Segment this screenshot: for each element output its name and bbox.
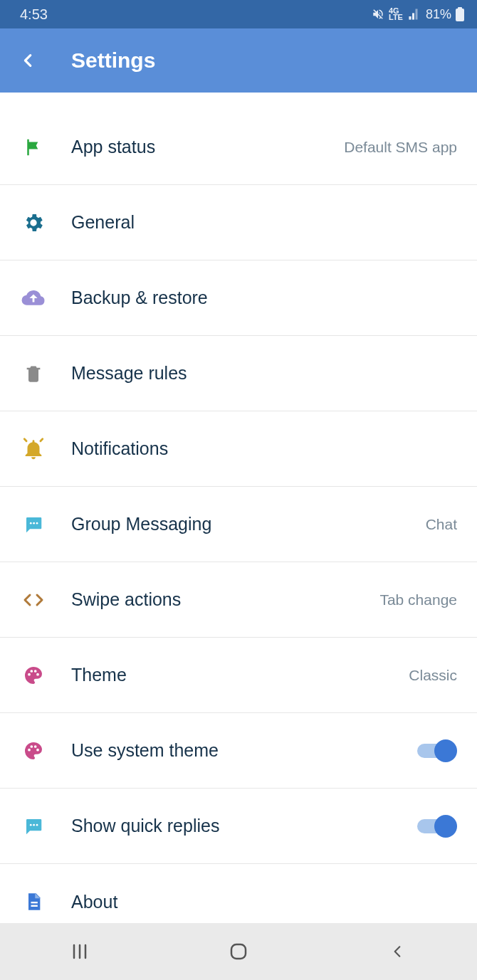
row-theme[interactable]: Theme Classic (0, 638, 477, 713)
chat-icon (20, 514, 47, 535)
row-message-rules[interactable]: Message rules (0, 336, 477, 411)
page-title: Settings (71, 48, 155, 73)
row-value: Classic (409, 667, 457, 684)
svg-point-9 (36, 673, 39, 675)
trash-icon (20, 362, 47, 385)
svg-rect-18 (31, 905, 38, 907)
svg-point-6 (28, 673, 31, 675)
svg-point-11 (30, 745, 33, 748)
svg-point-3 (30, 522, 32, 524)
svg-point-16 (36, 823, 38, 826)
back-button[interactable] (14, 46, 43, 75)
row-general[interactable]: General (0, 185, 477, 260)
row-label: Notifications (71, 438, 457, 459)
chat-icon (20, 816, 47, 837)
row-label: General (71, 212, 457, 233)
battery-icon (456, 7, 464, 21)
android-nav-bar (0, 923, 477, 980)
row-label: Group Messaging (71, 514, 426, 534)
app-bar: Settings (0, 28, 477, 93)
row-swipe-actions[interactable]: Swipe actions Tab change (0, 562, 477, 638)
battery-percent: 81% (426, 7, 451, 22)
row-value: Tab change (379, 591, 457, 608)
row-label: Show quick replies (71, 816, 417, 836)
row-label: About (71, 892, 457, 912)
svg-rect-17 (31, 902, 38, 903)
nav-back-button[interactable] (376, 937, 419, 966)
row-label: Swipe actions (71, 589, 379, 610)
nav-home-button[interactable] (217, 937, 260, 966)
row-group-messaging[interactable]: Group Messaging Chat (0, 487, 477, 562)
svg-point-15 (33, 823, 35, 826)
bell-icon (20, 437, 47, 461)
svg-rect-22 (231, 944, 246, 959)
network-4g-icon: 4GLTE (389, 8, 403, 21)
svg-point-4 (33, 522, 35, 524)
svg-point-10 (28, 748, 31, 751)
row-backup-restore[interactable]: Backup & restore (0, 260, 477, 336)
row-label: Backup & restore (71, 288, 457, 308)
settings-list: App status Default SMS app General Backu… (0, 110, 477, 939)
svg-point-13 (36, 748, 39, 751)
gear-icon (20, 211, 47, 234)
svg-rect-1 (458, 7, 462, 9)
row-notifications[interactable]: Notifications (0, 411, 477, 487)
row-use-system-theme[interactable]: Use system theme (0, 713, 477, 789)
row-label: Theme (71, 665, 409, 685)
status-bar: 4:53 4GLTE 81% (0, 0, 477, 28)
svg-point-8 (34, 670, 37, 673)
status-right: 4GLTE 81% (372, 7, 464, 22)
toggle-quick-replies[interactable] (417, 813, 457, 839)
row-label: App status (71, 137, 344, 157)
palette-icon (20, 664, 47, 687)
row-show-quick-replies[interactable]: Show quick replies (0, 789, 477, 864)
status-time: 4:53 (20, 6, 48, 23)
document-icon (20, 890, 47, 913)
mute-icon (372, 8, 384, 21)
row-value: Default SMS app (344, 139, 457, 156)
nav-recents-button[interactable] (58, 937, 101, 966)
row-app-status[interactable]: App status Default SMS app (0, 110, 477, 185)
row-value: Chat (426, 516, 457, 533)
row-label: Message rules (71, 363, 457, 384)
row-label: Use system theme (71, 740, 417, 761)
cloud-upload-icon (20, 288, 47, 308)
svg-point-7 (30, 670, 33, 673)
signal-icon (407, 8, 421, 21)
svg-point-14 (30, 823, 32, 826)
toggle-system-theme[interactable] (417, 738, 457, 764)
flag-icon (20, 137, 47, 158)
palette-icon (20, 739, 47, 762)
svg-point-5 (36, 522, 38, 524)
svg-point-12 (34, 745, 37, 748)
swipe-icon (20, 592, 47, 608)
